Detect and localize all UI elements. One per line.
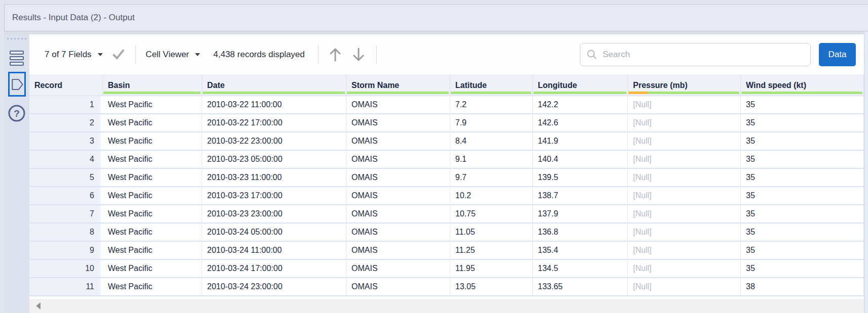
data-cell[interactable]: [Null] xyxy=(628,223,741,241)
record-number-cell[interactable]: 3 xyxy=(29,132,103,150)
data-cell[interactable]: [Null] xyxy=(628,242,741,259)
data-cell[interactable]: OMAIS xyxy=(346,242,450,259)
data-cell[interactable]: [Null] xyxy=(628,278,741,295)
data-cell[interactable]: West Pacific xyxy=(103,114,202,131)
column-header-basin[interactable]: Basin xyxy=(103,75,202,96)
metadata-view-button[interactable]: M xyxy=(860,43,864,66)
column-header-date[interactable]: Date xyxy=(202,75,346,96)
data-cell[interactable]: 11.95 xyxy=(450,260,533,277)
record-number-cell[interactable]: 6 xyxy=(29,187,103,204)
data-cell[interactable]: West Pacific xyxy=(103,223,202,241)
data-cell[interactable]: 35 xyxy=(741,151,864,168)
data-cell[interactable]: OMAIS xyxy=(346,223,450,241)
data-cell[interactable]: 11.25 xyxy=(450,242,533,259)
data-cell[interactable]: [Null] xyxy=(628,151,741,168)
column-header-latitude[interactable]: Latitude xyxy=(450,75,533,96)
data-cell[interactable]: West Pacific xyxy=(103,132,202,150)
data-cell[interactable]: 13.05 xyxy=(450,278,533,295)
record-number-cell[interactable]: 5 xyxy=(29,169,103,186)
record-number-cell[interactable]: 7 xyxy=(29,205,103,222)
data-cell[interactable]: 35 xyxy=(741,96,864,113)
data-cell[interactable]: OMAIS xyxy=(346,187,450,204)
data-cell[interactable]: 35 xyxy=(741,223,864,241)
data-cell[interactable]: 7.9 xyxy=(450,114,533,131)
data-cell[interactable]: 2010-03-24 23:00:00 xyxy=(202,278,346,295)
column-header-longitude[interactable]: Longitude xyxy=(533,75,628,96)
column-header-pressure-mb-[interactable]: Pressure (mb) xyxy=(628,75,741,96)
table-view-icon[interactable] xyxy=(10,51,24,66)
data-cell[interactable]: 35 xyxy=(741,132,864,150)
data-cell[interactable]: 142.6 xyxy=(533,114,628,131)
data-cell[interactable]: [Null] xyxy=(628,260,741,277)
data-cell[interactable]: West Pacific xyxy=(103,169,202,186)
data-cell[interactable]: [Null] xyxy=(628,187,741,204)
data-cell[interactable]: [Null] xyxy=(628,205,741,222)
data-cell[interactable]: West Pacific xyxy=(103,278,202,295)
data-cell[interactable]: West Pacific xyxy=(103,96,202,113)
data-cell[interactable]: 2010-03-23 17:00:00 xyxy=(202,187,346,204)
horizontal-scrollbar[interactable] xyxy=(29,299,864,313)
data-cell[interactable]: 35 xyxy=(741,187,864,204)
data-cell[interactable]: West Pacific xyxy=(103,187,202,204)
data-cell[interactable]: 2010-03-24 11:00:00 xyxy=(202,242,346,259)
data-cell[interactable]: [Null] xyxy=(628,132,741,150)
fields-selector-dropdown[interactable]: 7 of 7 Fields xyxy=(45,50,103,60)
data-cell[interactable]: 135.4 xyxy=(533,242,628,259)
data-cell[interactable]: 139.5 xyxy=(533,169,628,186)
data-cell[interactable]: 138.7 xyxy=(533,187,628,204)
column-header-wind-speed-kt-[interactable]: Wind speed (kt) xyxy=(741,75,864,96)
scroll-down-button[interactable] xyxy=(351,47,366,63)
scroll-left-icon[interactable] xyxy=(36,302,41,309)
data-cell[interactable]: 35 xyxy=(741,114,864,131)
data-cell[interactable]: 141.9 xyxy=(533,132,628,150)
data-cell[interactable]: 2010-03-24 05:00:00 xyxy=(202,223,346,241)
tool-anchor-icon[interactable] xyxy=(8,72,26,97)
record-number-cell[interactable]: 9 xyxy=(29,242,103,259)
data-cell[interactable]: West Pacific xyxy=(103,242,202,259)
data-cell[interactable]: West Pacific xyxy=(103,151,202,168)
data-cell[interactable]: OMAIS xyxy=(346,169,450,186)
data-cell[interactable]: 133.65 xyxy=(533,278,628,295)
data-cell[interactable]: 7.2 xyxy=(450,96,533,113)
search-input[interactable] xyxy=(603,50,810,60)
record-number-cell[interactable]: 2 xyxy=(29,114,103,131)
data-cell[interactable]: OMAIS xyxy=(346,114,450,131)
drag-grip[interactable] xyxy=(7,38,26,39)
data-cell[interactable]: 137.9 xyxy=(533,205,628,222)
record-number-cell[interactable]: 8 xyxy=(29,223,103,241)
data-cell[interactable]: OMAIS xyxy=(346,132,450,150)
data-cell[interactable]: [Null] xyxy=(628,169,741,186)
data-cell[interactable]: West Pacific xyxy=(103,205,202,222)
data-cell[interactable]: 35 xyxy=(741,260,864,277)
data-cell[interactable]: 2010-03-22 11:00:00 xyxy=(202,96,346,113)
record-number-cell[interactable]: 4 xyxy=(29,151,103,168)
scroll-up-button[interactable] xyxy=(328,47,343,63)
data-cell[interactable]: West Pacific xyxy=(103,260,202,277)
data-cell[interactable]: 10.2 xyxy=(450,187,533,204)
data-cell[interactable]: 2010-03-22 17:00:00 xyxy=(202,114,346,131)
data-cell[interactable]: 35 xyxy=(741,242,864,259)
data-cell[interactable]: 140.4 xyxy=(533,151,628,168)
record-number-cell[interactable]: 10 xyxy=(29,260,103,277)
data-cell[interactable]: 38 xyxy=(741,278,864,295)
data-view-button[interactable]: Data xyxy=(819,43,856,66)
data-cell[interactable]: 9.1 xyxy=(450,151,533,168)
data-cell[interactable]: OMAIS xyxy=(346,151,450,168)
data-cell[interactable]: 2010-03-22 23:00:00 xyxy=(202,132,346,150)
data-cell[interactable]: 10.75 xyxy=(450,205,533,222)
data-cell[interactable]: 9.7 xyxy=(450,169,533,186)
column-header-record[interactable]: Record xyxy=(29,75,103,96)
data-cell[interactable]: 2010-03-23 05:00:00 xyxy=(202,151,346,168)
data-cell[interactable]: OMAIS xyxy=(346,260,450,277)
column-header-storm-name[interactable]: Storm Name xyxy=(346,75,450,96)
help-icon[interactable]: ? xyxy=(7,104,26,123)
data-cell[interactable]: [Null] xyxy=(628,114,741,131)
data-cell[interactable]: OMAIS xyxy=(346,205,450,222)
data-cell[interactable]: 142.2 xyxy=(533,96,628,113)
data-cell[interactable]: OMAIS xyxy=(346,96,450,113)
data-cell[interactable]: 2010-03-23 23:00:00 xyxy=(202,205,346,222)
data-cell[interactable]: 134.5 xyxy=(533,260,628,277)
record-number-cell[interactable]: 11 xyxy=(29,278,103,295)
data-cell[interactable]: [Null] xyxy=(628,96,741,113)
record-number-cell[interactable]: 1 xyxy=(29,96,103,113)
